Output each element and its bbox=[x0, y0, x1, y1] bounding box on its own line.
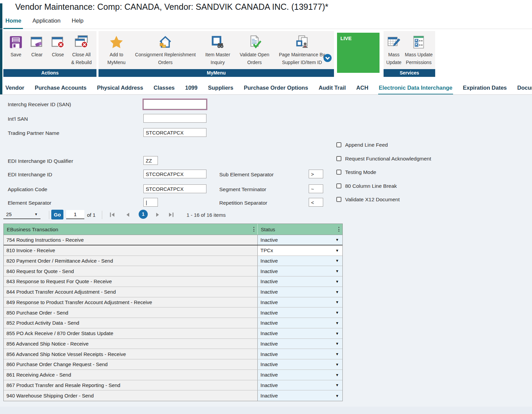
pages-person-icon bbox=[294, 34, 310, 51]
caret-down-icon: ▼ bbox=[335, 269, 339, 273]
field-input-segment-terminator[interactable] bbox=[309, 184, 323, 193]
ribbon-toolbar: SaveClearCloseClose All & RebuildActions… bbox=[0, 31, 532, 77]
toolbar-button-label: Item Master Inquiry bbox=[205, 51, 230, 66]
checkbox-request-functional-acknowledgment[interactable] bbox=[336, 156, 341, 161]
go-button[interactable]: Go bbox=[51, 210, 63, 219]
tab-purchase-order-options[interactable]: Purchase Order Options bbox=[244, 81, 308, 95]
status-select[interactable]: Inactive▼ bbox=[258, 307, 342, 318]
transaction-cell: 843 Response to Request For Quote - Rece… bbox=[4, 276, 258, 287]
field-input-trading-partner-name[interactable] bbox=[143, 128, 206, 137]
checkbox-label-80-column-line-break: 80 Column Line Break bbox=[345, 183, 397, 189]
field-input-edi-interchange-id[interactable] bbox=[143, 170, 206, 178]
caret-down-icon: ▼ bbox=[335, 300, 339, 304]
close-button[interactable]: Close bbox=[50, 34, 66, 59]
field-input-sub-element-separator[interactable] bbox=[309, 170, 323, 178]
status-select[interactable]: Inactive▼ bbox=[258, 235, 342, 245]
tab-1099[interactable]: 1099 bbox=[185, 81, 198, 95]
table-row: 810 Invoice - ReceiveTPCx▼ bbox=[4, 245, 342, 256]
menu-item-application[interactable]: Application bbox=[32, 18, 60, 24]
field-input-int-l-san[interactable] bbox=[143, 114, 206, 123]
status-select[interactable]: Inactive▼ bbox=[258, 380, 342, 390]
checkbox-label-validate-x12-document: Validate X12 Document bbox=[345, 197, 400, 203]
close-all-windows-icon bbox=[74, 34, 89, 51]
status-select[interactable]: Inactive▼ bbox=[258, 359, 342, 369]
status-value: Inactive bbox=[260, 268, 278, 274]
live-label: LIVE bbox=[340, 35, 352, 41]
tab-suppliers[interactable]: Suppliers bbox=[208, 81, 233, 95]
tab-ach[interactable]: ACH bbox=[356, 81, 368, 95]
current-page-indicator[interactable]: 1 bbox=[139, 210, 148, 219]
status-select[interactable]: Inactive▼ bbox=[258, 297, 342, 307]
tab-classes[interactable]: Classes bbox=[153, 81, 174, 95]
field-input-repetition-separator[interactable] bbox=[309, 198, 323, 207]
checkbox-append-line-feed[interactable] bbox=[336, 142, 341, 147]
star-icon bbox=[109, 34, 124, 51]
field-label-repetition-separator: Repetition Separator bbox=[219, 200, 267, 206]
item-master-button[interactable]: Item Master Inquiry bbox=[204, 34, 231, 66]
status-select[interactable]: Inactive▼ bbox=[258, 328, 342, 338]
consignment-replenishment-button[interactable]: Consignment Replenishment Orders bbox=[134, 34, 196, 66]
status-value: Inactive bbox=[260, 351, 278, 357]
table-row: 820 Payment Order / Remittance Advice - … bbox=[4, 256, 342, 266]
menu-item-home[interactable]: Home bbox=[5, 18, 21, 24]
caret-down-icon: ▼ bbox=[34, 212, 38, 216]
field-input-edi-interchange-id-qualifier[interactable] bbox=[143, 156, 158, 165]
tab-audit-trail[interactable]: Audit Trail bbox=[318, 81, 346, 95]
status-select[interactable]: TPCx▼ bbox=[258, 245, 342, 256]
checkbox-testing-mode[interactable] bbox=[336, 170, 341, 175]
page-size-select[interactable]: 25 ▼ bbox=[3, 210, 40, 219]
mass-button[interactable]: Mass Update bbox=[386, 34, 402, 66]
transaction-cell: 867 Product Transfer and Resale Reportin… bbox=[4, 380, 258, 390]
column-title: EBusiness Transaction bbox=[7, 227, 58, 232]
first-page-icon[interactable] bbox=[110, 212, 116, 217]
binoculars-square-icon bbox=[210, 34, 225, 51]
status-value: Inactive bbox=[260, 258, 278, 264]
pager-divider bbox=[102, 211, 102, 219]
field-input-interchg-receiver-id-san[interactable] bbox=[143, 99, 206, 109]
page-maintenance-by-button[interactable]: Page Maintenance By Supplier ID/Item ID bbox=[278, 34, 326, 66]
checkbox-80-column-line-break[interactable] bbox=[336, 183, 341, 188]
status-select[interactable]: Inactive▼ bbox=[258, 390, 342, 401]
status-select[interactable]: Inactive▼ bbox=[258, 349, 342, 359]
tab-physical-address[interactable]: Physical Address bbox=[97, 81, 143, 95]
page-number-input[interactable] bbox=[66, 210, 84, 219]
field-input-application-code[interactable] bbox=[143, 184, 206, 193]
menu-item-help[interactable]: Help bbox=[72, 18, 83, 24]
field-label-application-code: Application Code bbox=[8, 186, 47, 193]
transaction-cell: 856 Advanced Ship Notice Vessel Receipts… bbox=[4, 349, 258, 359]
column-menu-icon[interactable] bbox=[253, 227, 254, 232]
validate-open-button[interactable]: Validate Open Orders bbox=[239, 34, 270, 66]
status-select[interactable]: Inactive▼ bbox=[258, 287, 342, 297]
previous-page-icon[interactable] bbox=[125, 212, 132, 217]
tab-purchase-accounts[interactable]: Purchase Accounts bbox=[35, 81, 86, 95]
tab-vendor[interactable]: Vendor bbox=[5, 81, 24, 95]
tab-docum[interactable]: Docum bbox=[517, 81, 532, 95]
column-menu-icon[interactable] bbox=[338, 227, 339, 232]
chevron-down-icon[interactable] bbox=[323, 53, 333, 63]
add-to-button[interactable]: Add to MyMenu bbox=[107, 34, 126, 66]
status-select[interactable]: Inactive▼ bbox=[258, 339, 342, 349]
status-select[interactable]: Inactive▼ bbox=[258, 266, 342, 276]
field-input-element-separator[interactable] bbox=[143, 198, 158, 207]
tab-electronic-data-interchange[interactable]: Electronic Data Interchange bbox=[379, 81, 452, 95]
status-select[interactable]: Inactive▼ bbox=[258, 370, 342, 380]
last-page-icon[interactable] bbox=[168, 212, 174, 217]
caret-down-icon: ▼ bbox=[335, 310, 339, 315]
close-all-button[interactable]: Close All & Rebuild bbox=[71, 34, 92, 66]
mass-update-button[interactable]: Mass Update Permissions bbox=[404, 34, 433, 66]
column-header-status: Status bbox=[258, 224, 342, 235]
status-select[interactable]: Inactive▼ bbox=[258, 318, 342, 328]
status-select[interactable]: Inactive▼ bbox=[258, 256, 342, 266]
tab-expiration-dates[interactable]: Expiration Dates bbox=[463, 81, 507, 95]
checkbox-label-append-line-feed: Append Line Feed bbox=[345, 142, 388, 148]
next-page-icon[interactable] bbox=[155, 212, 161, 217]
caret-down-icon: ▼ bbox=[335, 394, 339, 398]
checkbox-validate-x12-document[interactable] bbox=[336, 197, 341, 202]
transaction-cell: 856 Advanced Ship Notice - Receive bbox=[4, 339, 258, 349]
close-window-icon bbox=[50, 34, 66, 51]
status-value: Inactive bbox=[260, 320, 278, 326]
table-row: 940 Warehouse Shipping Order - SendInact… bbox=[4, 390, 342, 401]
clear-button[interactable]: Clear bbox=[29, 34, 46, 59]
save-button[interactable]: Save bbox=[7, 34, 24, 59]
status-select[interactable]: Inactive▼ bbox=[258, 276, 342, 287]
